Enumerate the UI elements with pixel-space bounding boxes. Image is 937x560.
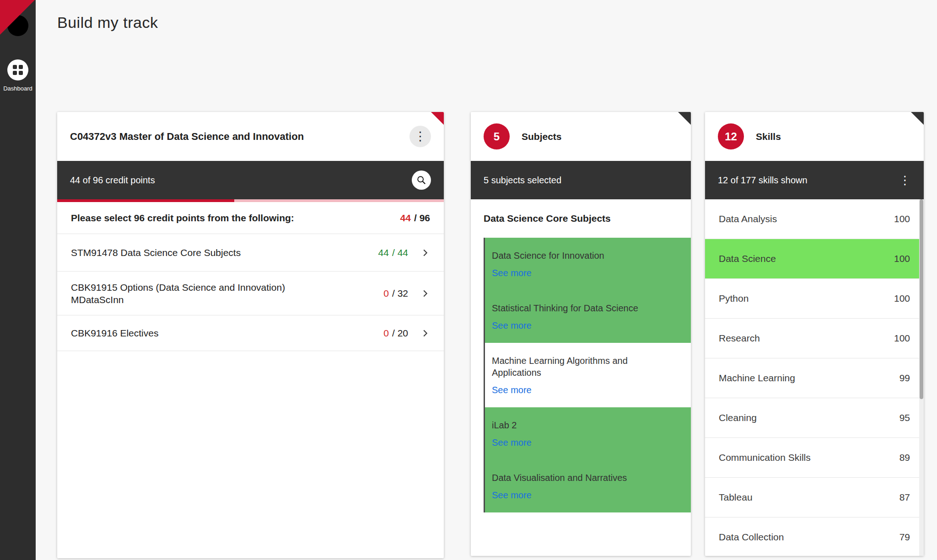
chevron-right-icon (420, 288, 430, 299)
skill-score: 100 (894, 333, 910, 344)
select-prompt: Please select 96 credit points from the … (71, 212, 294, 224)
subjects-status-bar: 5 subjects selected (471, 161, 691, 199)
course-group-name: STM91478 Data Science Core Subjects (71, 246, 241, 259)
select-count-total: / 96 (414, 213, 430, 224)
subjects-track-line (484, 238, 485, 512)
course-card: C04372v3 Master of Data Science and Inno… (57, 112, 444, 558)
course-menu-button[interactable]: ⋮ (409, 126, 431, 147)
skill-score: 87 (899, 492, 910, 503)
dashboard-grid-icon (13, 65, 23, 75)
skills-menu-button[interactable]: ⋮ (899, 174, 911, 186)
subjects-count-badge: 5 (484, 123, 510, 149)
course-title: C04372v3 Master of Data Science and Inno… (70, 131, 313, 143)
course-card-header: C04372v3 Master of Data Science and Inno… (57, 112, 444, 161)
sidebar-item-dashboard[interactable] (7, 59, 28, 80)
course-group-current: 44 (378, 247, 389, 258)
course-group-count: 0 / 32 (383, 288, 430, 299)
dashboard-label: Dashboard (0, 85, 36, 92)
course-group-row[interactable]: CBK91915 Options (Data Science and Innov… (57, 272, 444, 315)
subjects-card-header: 5 Subjects (471, 112, 691, 161)
skill-name: Data Science (719, 253, 776, 264)
course-group-current: 0 (383, 328, 389, 339)
chevron-right-icon (420, 328, 430, 338)
subject-title: Statistical Thinking for Data Science (492, 302, 647, 314)
skill-score: 100 (894, 253, 910, 264)
skills-card-title: Skills (756, 131, 781, 142)
scrollbar-thumb[interactable] (920, 199, 923, 399)
see-more-link[interactable]: See more (492, 437, 532, 448)
subject-title: Data Visualisation and Narratives (492, 472, 647, 484)
skill-row[interactable]: Cleaning 95 (705, 398, 924, 438)
course-group-total: / 44 (392, 247, 408, 258)
subjects-list: Data Science for Innovation See more Sta… (471, 238, 691, 512)
skill-score: 99 (899, 373, 910, 384)
skill-name: Data Collection (719, 532, 784, 543)
course-group-total: / 32 (392, 288, 408, 299)
skill-name: Research (719, 333, 760, 344)
course-group-count: 44 / 44 (378, 247, 430, 258)
chevron-right-icon (420, 248, 430, 258)
credit-progress-track (57, 199, 444, 202)
skill-row[interactable]: Communication Skills 89 (705, 438, 924, 478)
search-icon (416, 175, 426, 185)
skill-row[interactable]: Python 100 (705, 279, 924, 319)
page-title: Build my track (57, 14, 158, 32)
subject-item[interactable]: Data Visualisation and Narratives See mo… (485, 460, 691, 512)
skill-name: Data Analysis (719, 213, 777, 224)
subject-item[interactable]: Statistical Thinking for Data Science Se… (485, 290, 691, 343)
select-count: 44 / 96 (400, 213, 430, 224)
subject-title: iLab 2 (492, 419, 647, 431)
course-group-row[interactable]: STM91478 Data Science Core Subjects 44 /… (57, 234, 444, 272)
course-group-name: CBK91916 Electives (71, 327, 158, 339)
skill-score: 89 (899, 452, 910, 463)
skill-name: Cleaning (719, 412, 757, 423)
skills-list: Data Analysis 100 Data Science 100 Pytho… (705, 199, 924, 556)
skill-row-highlighted[interactable]: Data Science 100 (705, 239, 924, 279)
skill-score: 95 (899, 412, 910, 423)
kebab-menu-icon: ⋮ (414, 130, 426, 143)
sidebar: Dashboard (0, 0, 36, 560)
skill-name: Communication Skills (719, 452, 811, 463)
skill-row[interactable]: Machine Learning 99 (705, 358, 924, 398)
skill-score: 100 (894, 293, 910, 304)
skill-row[interactable]: Data Analysis 100 (705, 199, 924, 239)
course-group-total: / 20 (392, 328, 408, 339)
subject-item[interactable]: iLab 2 See more (485, 407, 691, 460)
course-group-row[interactable]: CBK91916 Electives 0 / 20 (57, 315, 444, 351)
subjects-section-title: Data Science Core Subjects (471, 199, 691, 238)
scrollbar-track (919, 199, 924, 556)
skills-card-header: 12 Skills (705, 112, 924, 161)
course-group-count: 0 / 20 (383, 328, 430, 339)
skills-card: 12 Skills 12 of 177 skills shown ⋮ Data … (705, 112, 924, 556)
select-count-current: 44 (400, 213, 411, 224)
credit-points-summary: 44 of 96 credit points (70, 175, 155, 186)
credit-progress-fill (57, 199, 234, 202)
see-more-link[interactable]: See more (492, 385, 532, 395)
skill-name: Tableau (719, 492, 753, 503)
search-button[interactable] (412, 171, 431, 190)
subjects-card: 5 Subjects 5 subjects selected Data Scie… (471, 112, 691, 556)
skills-status-bar: 12 of 177 skills shown ⋮ (705, 161, 924, 199)
skills-status-text: 12 of 177 skills shown (718, 175, 808, 186)
select-prompt-row: Please select 96 credit points from the … (57, 202, 444, 234)
course-group-name: CBK91915 Options (Data Science and Innov… (71, 281, 327, 306)
subject-item[interactable]: Machine Learning Algorithms and Applicat… (485, 343, 691, 407)
see-more-link[interactable]: See more (492, 490, 532, 501)
subjects-status-text: 5 subjects selected (484, 175, 561, 186)
see-more-link[interactable]: See more (492, 320, 532, 331)
skills-count-badge: 12 (718, 123, 744, 149)
skill-row[interactable]: Data Collection 79 (705, 517, 924, 556)
skill-row[interactable]: Tableau 87 (705, 478, 924, 517)
course-group-current: 0 (383, 288, 389, 299)
see-more-link[interactable]: See more (492, 268, 532, 278)
skill-row[interactable]: Research 100 (705, 319, 924, 358)
skill-name: Python (719, 293, 749, 304)
subject-title: Data Science for Innovation (492, 250, 647, 261)
subject-title: Machine Learning Algorithms and Applicat… (492, 355, 647, 379)
subjects-card-title: Subjects (522, 131, 562, 142)
skill-score: 79 (899, 532, 910, 543)
subject-item[interactable]: Data Science for Innovation See more (485, 238, 691, 290)
skill-name: Machine Learning (719, 373, 795, 384)
credit-points-bar: 44 of 96 credit points (57, 161, 444, 199)
skill-score: 100 (894, 213, 910, 224)
